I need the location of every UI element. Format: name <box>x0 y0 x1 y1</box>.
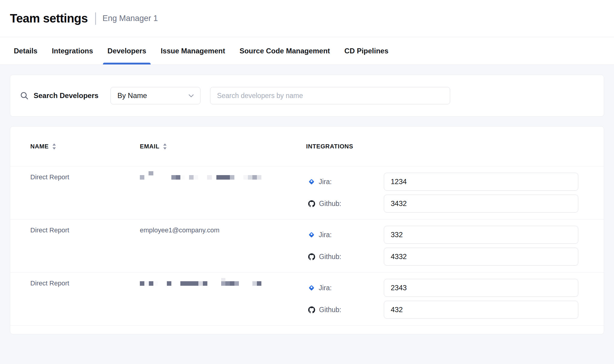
developers-table-card: NAME EMAIL INTEGRATIONS <box>10 126 604 334</box>
jira-integration-row: Jira: <box>306 173 578 191</box>
search-developers-card: Search Developers By Name <box>10 75 604 117</box>
jira-integration-row: Jira: <box>306 226 578 244</box>
column-header-email: EMAIL <box>140 143 306 150</box>
redacted-email <box>140 281 306 288</box>
sort-icon-email[interactable] <box>163 143 167 150</box>
table-row: Direct Report Jira: <box>10 272 604 325</box>
github-id-input[interactable] <box>384 195 578 213</box>
developer-name: Direct Report <box>30 279 140 319</box>
tab-details[interactable]: Details <box>14 37 38 64</box>
table-bottom-divider <box>10 325 604 326</box>
developer-name: Direct Report <box>30 226 140 266</box>
jira-id-input[interactable] <box>384 279 578 297</box>
github-integration-row: Github: <box>306 301 578 319</box>
tab-issue-management[interactable]: Issue Management <box>161 37 225 64</box>
github-integration-row: Github: <box>306 248 578 266</box>
search-icon <box>20 91 29 100</box>
chevron-down-icon <box>188 94 194 98</box>
search-filter-selected-value: By Name <box>117 91 147 100</box>
page-title: Team settings <box>10 12 88 25</box>
developer-email: employee1@company.com <box>140 226 306 266</box>
github-label: Github: <box>319 306 341 314</box>
jira-label: Jira: <box>319 178 332 186</box>
jira-id-input[interactable] <box>384 226 578 244</box>
developer-name: Direct Report <box>30 173 140 213</box>
table-row: Direct Report employee1@company.com <box>10 219 604 272</box>
github-integration-row: Github: <box>306 195 578 213</box>
column-header-integrations: INTEGRATIONS <box>306 143 578 150</box>
table-header-row: NAME EMAIL INTEGRATIONS <box>10 127 604 166</box>
table-row: Direct Report <box>10 166 604 219</box>
team-name-label: Eng Manager 1 <box>103 14 158 23</box>
github-icon <box>308 306 315 313</box>
tab-developers[interactable]: Developers <box>107 37 146 64</box>
title-divider <box>95 12 96 25</box>
jira-id-input[interactable] <box>384 173 578 191</box>
jira-icon <box>308 285 315 291</box>
search-input[interactable] <box>210 87 450 104</box>
github-label: Github: <box>319 200 341 208</box>
jira-icon <box>308 231 315 238</box>
column-header-name: NAME <box>30 143 140 150</box>
jira-label: Jira: <box>319 231 332 239</box>
jira-label: Jira: <box>319 284 332 292</box>
github-id-input[interactable] <box>384 248 578 266</box>
github-icon <box>308 200 315 207</box>
main-content: Search Developers By Name NAME <box>0 65 614 344</box>
search-filter-select[interactable]: By Name <box>110 87 200 104</box>
github-icon <box>308 253 315 260</box>
tab-cd-pipelines[interactable]: CD Pipelines <box>345 37 389 64</box>
jira-icon <box>308 178 315 185</box>
integrations-cell: Jira: Github: <box>306 173 578 213</box>
github-label: Github: <box>319 253 341 261</box>
tab-source-code-management[interactable]: Source Code Management <box>239 37 330 64</box>
search-developers-label: Search Developers <box>34 91 98 100</box>
integrations-cell: Jira: Github: <box>306 279 578 319</box>
jira-integration-row: Jira: <box>306 279 578 297</box>
github-id-input[interactable] <box>384 301 578 319</box>
integrations-cell: Jira: Github: <box>306 226 578 266</box>
tab-bar: Details Integrations Developers Issue Ma… <box>0 37 614 65</box>
redacted-email <box>140 175 306 182</box>
page-header: Team settings Eng Manager 1 <box>0 0 614 37</box>
sort-icon-name[interactable] <box>52 143 56 150</box>
tab-integrations[interactable]: Integrations <box>52 37 93 64</box>
